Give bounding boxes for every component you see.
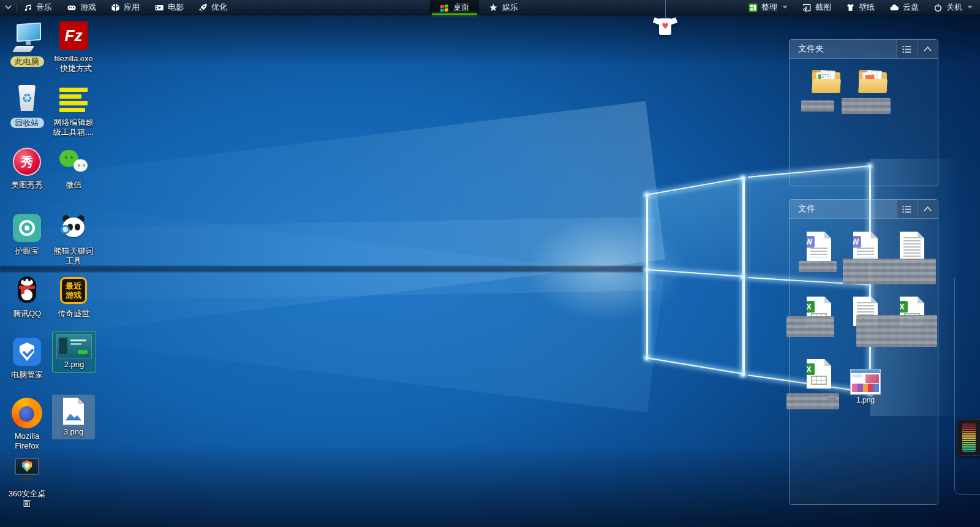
wallpaper-window-edge (646, 194, 648, 360)
file-item-text[interactable] (889, 232, 935, 261)
redacted-file-name (856, 315, 937, 347)
organize-grid-icon (748, 3, 758, 12)
topbar-item-apps[interactable]: 应用 (104, 0, 147, 15)
topbar-item-movies[interactable]: 电影 (147, 0, 191, 15)
tshirt-widget-string (665, 0, 666, 18)
wallpaper-glow-point (738, 173, 748, 183)
topbar-item-label: 游戏 (80, 2, 96, 13)
panel-title: 文件 (798, 203, 815, 214)
desktop-icon-firefox[interactable]: Mozilla Firefox (5, 397, 49, 451)
desktop-icon-image-2[interactable]: 2.png (52, 331, 96, 373)
collapse-panel-button[interactable] (917, 40, 938, 58)
desktop-icon-label: 级工具箱.... (53, 127, 94, 137)
desktop-icon-label: 面 (23, 499, 31, 509)
firefox-icon (11, 397, 43, 429)
wallpaper-window-pane (648, 179, 742, 275)
desktop-icon-label: 回收站 (10, 118, 44, 128)
desktop-icon-label: 腾讯QQ (13, 309, 41, 319)
desktop-icon-meitu[interactable]: 秀 美图秀秀 (5, 146, 49, 190)
collapse-panel-button[interactable] (917, 200, 938, 218)
active-tab-underline (432, 13, 477, 15)
file-item-image-1[interactable]: 1.png (842, 369, 889, 404)
topbar-collapse-button[interactable] (0, 0, 16, 15)
folder-item[interactable] (803, 69, 850, 95)
file-item-excel[interactable]: X (796, 359, 842, 389)
redacted-file-name (843, 259, 936, 284)
topbar: 音乐 游戏 应用 电影 优化 桌面 (0, 0, 980, 15)
chevron-up-icon (924, 207, 932, 211)
topbar-right-group: 整理 截图 壁纸 云盘 关机 (741, 0, 980, 15)
list-view-button[interactable] (896, 200, 917, 218)
folder-item[interactable] (850, 69, 896, 95)
power-icon (933, 3, 943, 12)
wallpaper-glow-point (642, 353, 652, 363)
desktop-icon-recycle-bin[interactable]: ♻ 回收站 (5, 83, 49, 128)
redacted-folder-name (842, 98, 891, 114)
tab-entertainment[interactable]: 娱乐 (479, 0, 528, 15)
folder-documents-icon (811, 69, 842, 95)
this-pc-icon (11, 22, 43, 54)
desktop-icon-label: 网络编辑超 (54, 118, 94, 127)
desktop-icon-label: - 快捷方式 (55, 64, 92, 74)
apps-cube-icon (111, 3, 120, 12)
topbar-item-label: 应用 (124, 2, 140, 13)
text-doc-icon (900, 232, 924, 261)
desktop-icon-360-desktop[interactable]: 360安全桌 面 (5, 455, 49, 509)
desktop-wallpaper[interactable]: 此电脑 Fz filezilla.exe - 快捷方式 ♻ 回收站 网络编辑超 … (0, 15, 980, 527)
excel-sheet-icon: X (807, 359, 831, 389)
topbar-item-music[interactable]: 音乐 (17, 0, 59, 15)
folders-panel-header[interactable]: 文件夹 (790, 40, 938, 59)
tab-desktop[interactable]: 桌面 (430, 0, 479, 15)
tab-label: 桌面 (453, 2, 469, 13)
tshirt-widget[interactable]: ♥ (655, 17, 676, 37)
redacted-file-name (828, 396, 835, 400)
word-doc-icon: W (807, 232, 831, 261)
desktop-icon-filezilla[interactable]: Fz filezilla.exe - 快捷方式 (51, 20, 96, 74)
topbar-item-label: 壁纸 (859, 2, 875, 13)
desktop-icon-label: Firefox (15, 441, 39, 451)
filezilla-icon: Fz (58, 20, 89, 51)
topbar-item-label: 音乐 (36, 2, 52, 13)
topbar-item-games[interactable]: 游戏 (59, 0, 104, 15)
list-view-button[interactable] (896, 40, 917, 58)
topbar-item-power[interactable]: 关机 (926, 0, 980, 15)
chevron-down-icon (782, 6, 788, 9)
web-toolbox-icon (58, 83, 89, 115)
recycle-bin-icon: ♻ (11, 83, 43, 115)
desktop-icon-legend-game[interactable]: 最近游戏 传奇盛世 (51, 275, 96, 319)
wallpaper-tshirt-icon (846, 3, 855, 12)
image-1-thumbnail (850, 369, 881, 395)
file-item-word[interactable]: W (842, 232, 889, 261)
desktop-icon-label: 3.png (64, 427, 84, 437)
desktop-icon-label: 电脑管家 (11, 370, 43, 380)
desktop-icon-panda-keyword[interactable]: 熊猫关键词 工具 (51, 212, 96, 266)
cloud-disk-icon (889, 3, 899, 12)
file-item-word[interactable]: W (796, 232, 842, 261)
files-panel-header[interactable]: 文件 (790, 200, 938, 219)
optimize-rocket-icon (198, 3, 208, 12)
movie-icon (154, 3, 164, 12)
desktop-icon-wechat[interactable]: 微信 (51, 146, 96, 190)
chevron-down-icon (5, 5, 12, 10)
360-desktop-icon (11, 455, 43, 487)
desktop-icon-web-toolbox[interactable]: 网络编辑超 级工具箱.... (51, 83, 96, 137)
wallpaper-glow-point (738, 272, 748, 282)
desktop-icon-qq[interactable]: 腾讯QQ (5, 275, 49, 319)
volume-meter[interactable] (957, 419, 980, 456)
desktop-icon-pc-manager[interactable]: 电脑管家 (5, 336, 49, 380)
topbar-item-screenshot[interactable]: 截图 (795, 0, 839, 15)
desktop-icon-image-3[interactable]: 3.png (52, 395, 95, 439)
chevron-up-icon (924, 47, 932, 51)
wallpaper-glow-point (642, 190, 652, 200)
topbar-item-optimize[interactable]: 优化 (191, 0, 235, 15)
topbar-item-wallpaper[interactable]: 壁纸 (839, 0, 882, 15)
desktop-icon-this-pc[interactable]: 此电脑 (5, 22, 49, 67)
pc-manager-icon (11, 336, 43, 368)
topbar-item-cloud-disk[interactable]: 云盘 (882, 0, 926, 15)
redacted-file-name (786, 316, 834, 337)
recent-game-badge-icon: 最近游戏 (58, 275, 89, 306)
topbar-item-organize[interactable]: 整理 (741, 0, 795, 15)
image-file-icon (63, 398, 84, 425)
desktop-icon-label: 传奇盛世 (58, 309, 89, 319)
desktop-icon-eye-guard[interactable]: 护眼宝 (5, 212, 49, 256)
